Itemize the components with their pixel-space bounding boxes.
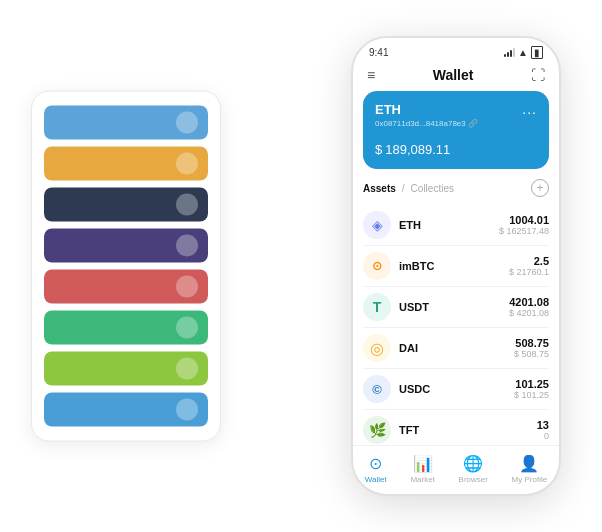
eth-amounts: 1004.01 $ 162517.48 [499,214,549,236]
asset-name-usdc: USDC [399,383,514,395]
nav-market[interactable]: 📊 Market [410,454,434,484]
dai-usd: $ 508.75 [514,349,549,359]
imbtc-icon: ⊙ [363,252,391,280]
card-item-icon [176,235,198,257]
eth-card-balance: $189,089.11 [375,136,537,159]
signal-icon [504,49,515,57]
card-item[interactable] [44,188,208,222]
card-item-icon [176,399,198,421]
eth-card[interactable]: ETH ... 0x08711d3d...8418a78e3 🔗 $189,08… [363,91,549,169]
wifi-icon: ▲ [518,47,528,58]
eth-amount: 1004.01 [499,214,549,226]
profile-nav-label: My Profile [512,475,548,484]
eth-card-header: ETH ... [375,101,537,117]
phone: 9:41 ▲ ▮ ≡ Wallet ⛶ ETH [351,36,561,496]
usdt-amounts: 4201.08 $ 4201.08 [509,296,549,318]
currency-symbol: $ [375,142,382,157]
browser-nav-label: Browser [459,475,488,484]
tft-usd: 0 [537,431,549,441]
eth-card-address: 0x08711d3d...8418a78e3 🔗 [375,119,537,128]
card-item-icon [176,194,198,216]
card-item-icon [176,276,198,298]
usdc-amount: 101.25 [514,378,549,390]
dai-amount: 508.75 [514,337,549,349]
expand-icon[interactable]: ⛶ [531,67,545,83]
status-icons: ▲ ▮ [504,46,543,59]
card-item-icon [176,358,198,380]
asset-name-dai: DAI [399,342,514,354]
card-item[interactable] [44,147,208,181]
dai-icon: ◎ [363,334,391,362]
card-item[interactable] [44,270,208,304]
imbtc-amounts: 2.5 $ 21760.1 [509,255,549,277]
tab-assets[interactable]: Assets [363,183,396,194]
card-item-icon [176,112,198,134]
asset-row-eth[interactable]: ◈ ETH 1004.01 $ 162517.48 [363,205,549,246]
usdt-amount: 4201.08 [509,296,549,308]
usdc-usd: $ 101.25 [514,390,549,400]
usdt-icon: T [363,293,391,321]
eth-icon: ◈ [363,211,391,239]
asset-row-usdc[interactable]: © USDC 101.25 $ 101.25 [363,369,549,410]
asset-name-usdt: USDT [399,301,509,313]
asset-row-tft[interactable]: 🌿 TFT 13 0 [363,410,549,445]
profile-nav-icon: 👤 [519,454,539,473]
asset-list: ◈ ETH 1004.01 $ 162517.48 ⊙ imBTC 2.5 $ … [363,205,549,445]
page-title: Wallet [433,67,474,83]
dai-amounts: 508.75 $ 508.75 [514,337,549,359]
asset-row-usdt[interactable]: T USDT 4201.08 $ 4201.08 [363,287,549,328]
scene: 9:41 ▲ ▮ ≡ Wallet ⛶ ETH [11,11,591,521]
card-item[interactable] [44,229,208,263]
tft-icon: 🌿 [363,416,391,444]
asset-row-dai[interactable]: ◎ DAI 508.75 $ 508.75 [363,328,549,369]
wallet-nav-icon: ⊙ [369,454,382,473]
asset-name-imbtc: imBTC [399,260,509,272]
nav-wallet[interactable]: ⊙ Wallet [365,454,387,484]
phone-nav: ⊙ Wallet 📊 Market 🌐 Browser 👤 My Profile [353,445,559,494]
battery-icon: ▮ [531,46,543,59]
asset-row-imbtc[interactable]: ⊙ imBTC 2.5 $ 21760.1 [363,246,549,287]
eth-usd: $ 162517.48 [499,226,549,236]
usdt-usd: $ 4201.08 [509,308,549,318]
tab-separator: / [402,183,405,194]
eth-card-title: ETH [375,102,401,117]
card-item-icon [176,317,198,339]
balance-amount: 189,089.11 [385,142,450,157]
card-item[interactable] [44,352,208,386]
card-item-icon [176,153,198,175]
asset-name-tft: TFT [399,424,537,436]
imbtc-usd: $ 21760.1 [509,267,549,277]
nav-browser[interactable]: 🌐 Browser [459,454,488,484]
status-bar: 9:41 ▲ ▮ [353,38,559,63]
usdc-amounts: 101.25 $ 101.25 [514,378,549,400]
time-display: 9:41 [369,47,388,58]
assets-tabs: Assets / Collecties [363,183,454,194]
tft-amounts: 13 0 [537,419,549,441]
add-asset-button[interactable]: + [531,179,549,197]
browser-nav-icon: 🌐 [463,454,483,473]
phone-content: ETH ... 0x08711d3d...8418a78e3 🔗 $189,08… [353,91,559,445]
nav-profile[interactable]: 👤 My Profile [512,454,548,484]
card-item[interactable] [44,311,208,345]
card-item[interactable] [44,106,208,140]
usdc-icon: © [363,375,391,403]
phone-header: ≡ Wallet ⛶ [353,63,559,91]
market-nav-label: Market [410,475,434,484]
wallet-nav-label: Wallet [365,475,387,484]
card-stack [31,91,221,442]
eth-card-menu[interactable]: ... [522,101,537,117]
menu-icon[interactable]: ≡ [367,67,375,83]
asset-name-eth: ETH [399,219,499,231]
tab-collecties[interactable]: Collecties [411,183,454,194]
card-item[interactable] [44,393,208,427]
imbtc-amount: 2.5 [509,255,549,267]
assets-header: Assets / Collecties + [363,179,549,197]
market-nav-icon: 📊 [413,454,433,473]
tft-amount: 13 [537,419,549,431]
